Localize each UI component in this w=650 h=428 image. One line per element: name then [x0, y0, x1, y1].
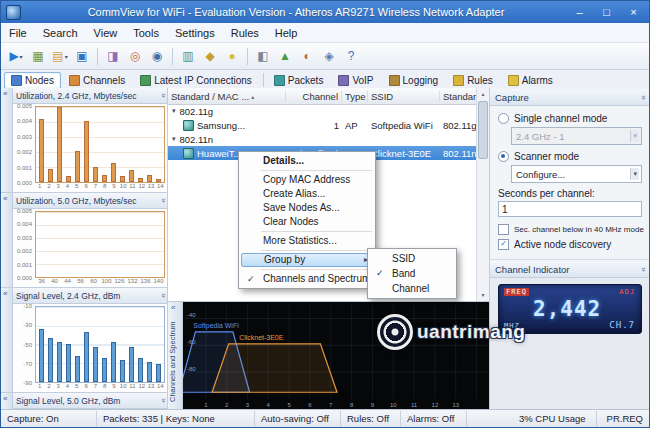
settings-gear-icon[interactable]: ◈: [319, 46, 339, 66]
single-channel-select[interactable]: 2.4 GHz - 1 ▾: [511, 127, 642, 145]
group-row-802-11g[interactable]: ▾802.11g: [168, 104, 477, 118]
start-capture-icon[interactable]: ▶▾: [6, 46, 26, 66]
tab-channels[interactable]: Channels: [62, 72, 132, 89]
configure-select[interactable]: Configure... ▾: [511, 165, 642, 183]
menu-tools[interactable]: Tools: [125, 25, 167, 41]
seconds-per-channel-input[interactable]: [498, 201, 642, 217]
capture-panel-header[interactable]: Capture »: [490, 88, 650, 106]
find-packet-icon: ◉: [152, 46, 162, 66]
spectrum-collapse-strip[interactable]: Channels and Spectrum: [168, 302, 183, 410]
single-channel-radio[interactable]: [498, 113, 509, 124]
chevron-down-icon[interactable]: »: [158, 398, 167, 402]
column-channel[interactable]: Channel: [286, 91, 342, 102]
x-tick-label: 8: [100, 183, 109, 191]
panel-collapse-strip[interactable]: [1, 88, 13, 192]
column-standard-mac[interactable]: Standard / MAC ... ▴: [168, 91, 286, 102]
node-reassociation-icon[interactable]: ◎: [125, 46, 145, 66]
save-log-icon[interactable]: ▣: [72, 46, 92, 66]
filter-rules-icon[interactable]: ◆: [200, 46, 220, 66]
tab-packets[interactable]: Packets: [267, 72, 331, 89]
menuitem-save-nodes-as[interactable]: Save Nodes As...: [241, 201, 373, 215]
find-packet-icon[interactable]: ◉: [147, 46, 167, 66]
maximize-button[interactable]: □: [593, 1, 620, 23]
tab-voip[interactable]: VoIP: [331, 72, 380, 89]
panel-collapse-strip[interactable]: [1, 193, 13, 287]
menuitem-copy-mac-address[interactable]: Copy MAC Address: [241, 173, 373, 187]
x-tick-label: 136: [139, 278, 152, 286]
panel-header[interactable]: Utilization, 2.4 GHz, Mbytes/sec »: [13, 88, 167, 104]
chart-x-axis: 3640445660100126132136140: [35, 278, 165, 286]
menuitem-more-statistics[interactable]: More Statistics...: [241, 234, 373, 248]
group-row-802-11n[interactable]: ▾802.11n: [168, 132, 477, 146]
save-log-icon: ▣: [76, 46, 87, 66]
x-tick-label: 10: [119, 383, 128, 391]
menuitem-label: Copy MAC Address: [263, 174, 350, 185]
menuitem-ssid[interactable]: SSID: [370, 251, 454, 266]
sec-channel-checkbox[interactable]: [498, 224, 509, 235]
cell-standard: 802.11n: [440, 148, 477, 159]
chevron-down-icon[interactable]: »: [638, 95, 647, 99]
decode-pane-icon[interactable]: ▥: [178, 46, 198, 66]
menuitem-clear-nodes[interactable]: Clear Nodes: [241, 215, 373, 229]
panel-collapse-strip[interactable]: [1, 288, 13, 392]
panel-collapse-strip[interactable]: [1, 393, 13, 409]
menuitem-channel[interactable]: Channel: [370, 281, 454, 296]
active-node-discovery-checkbox[interactable]: [498, 239, 509, 250]
tab-nodes[interactable]: Nodes: [4, 72, 61, 89]
y-tick-label: 0.003: [17, 235, 32, 241]
tab-separator: [263, 73, 264, 87]
chart-y-axis: 0.0050.0040.0030.0020.0010.000: [13, 106, 35, 183]
node-row-samsung[interactable]: Samsung...1APSoftpedia WiFi802.11gWPA: [168, 118, 477, 132]
column-ssid[interactable]: SSID: [368, 91, 440, 102]
menu-file[interactable]: File: [1, 25, 35, 41]
table-scrollbar[interactable]: ▴ ▾: [476, 88, 489, 301]
scheduler-icon[interactable]: ◐: [297, 46, 317, 66]
scroll-thumb[interactable]: [478, 101, 488, 159]
svg-text:Clicknet-3E0E: Clicknet-3E0E: [239, 334, 284, 341]
menu-settings[interactable]: Settings: [167, 25, 223, 41]
minimize-button[interactable]: –: [566, 1, 593, 23]
tab-logging[interactable]: Logging: [382, 72, 446, 89]
menu-search[interactable]: Search: [35, 25, 86, 41]
menuitem-create-alias[interactable]: Create Alias...: [241, 187, 373, 201]
wifi-adapter-icon[interactable]: ▦: [28, 46, 48, 66]
utilization-24-chart: 0.0050.0040.0030.0020.0010.0001234567891…: [13, 104, 167, 192]
chevron-down-icon[interactable]: »: [158, 93, 167, 97]
panel-header[interactable]: Utilization, 5.0 GHz, Mbytes/sec »: [13, 193, 167, 209]
column-type[interactable]: Type: [342, 91, 368, 102]
alarm-lamp-icon[interactable]: ●: [222, 46, 242, 66]
menu-rules[interactable]: Rules: [223, 25, 267, 41]
scroll-up-icon[interactable]: ▴: [481, 88, 484, 100]
wrench-options-icon[interactable]: ◧: [253, 46, 273, 66]
tab-latest-ip-connections[interactable]: Latest IP Connections: [133, 72, 259, 89]
tab-rules[interactable]: Rules: [446, 72, 500, 89]
expander-icon[interactable]: ▾: [172, 135, 176, 143]
toolbar-separator: [97, 48, 98, 65]
chart-y-axis: -10-30-50-70-90: [13, 306, 35, 383]
close-button[interactable]: ×: [620, 1, 647, 23]
menu-help[interactable]: Help: [267, 25, 306, 41]
menuitem-details[interactable]: Details...: [241, 154, 373, 168]
menuitem-band[interactable]: ✓Band: [370, 266, 454, 281]
tab-alarms[interactable]: Alarms: [501, 72, 560, 89]
antenna-icon[interactable]: ▲: [275, 46, 295, 66]
chevron-down-icon[interactable]: »: [158, 293, 167, 297]
panel-header[interactable]: Signal Level, 2.4 GHz, dBm »: [13, 288, 167, 304]
packet-generator-icon[interactable]: ◨: [103, 46, 123, 66]
x-tick-label: 1: [35, 383, 44, 391]
x-tick-label: 9: [109, 183, 118, 191]
channel-indicator-header[interactable]: Channel Indicator »: [490, 260, 650, 278]
chevron-down-icon[interactable]: »: [158, 198, 167, 202]
chevron-down-icon[interactable]: »: [638, 267, 647, 271]
panel-header[interactable]: Signal Level, 5.0 GHz, dBm »: [13, 393, 167, 409]
menu-view[interactable]: View: [86, 25, 126, 41]
scroll-down-icon[interactable]: ▾: [481, 289, 484, 301]
chart-bar: [75, 151, 80, 183]
open-log-icon[interactable]: ▤▾: [50, 46, 70, 66]
menuitem-channels-and-spectrum[interactable]: ✓Channels and Spectrum: [241, 272, 373, 286]
menuitem-group-by[interactable]: Group by▸: [241, 253, 373, 267]
expander-icon[interactable]: ▾: [172, 107, 176, 115]
cell-type: AP: [342, 120, 368, 131]
scanner-mode-radio[interactable]: [498, 151, 509, 162]
help-icon[interactable]: ?: [341, 46, 361, 66]
